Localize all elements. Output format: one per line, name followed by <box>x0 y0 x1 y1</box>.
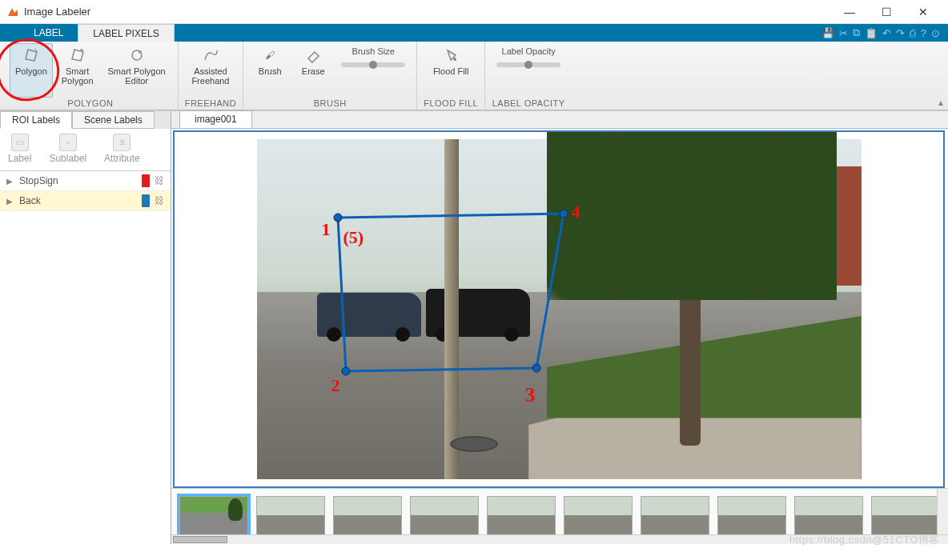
label-opacity-slider[interactable] <box>496 62 560 67</box>
flood-fill-icon <box>441 46 460 65</box>
thumbnail-hscroll[interactable] <box>171 534 948 544</box>
label-panel: ROI Labels Scene Labels ▭Label ▫Sublabel… <box>0 111 171 544</box>
label-actions: ▭Label ▫Sublabel ≡Attribute <box>0 129 171 171</box>
thumbnail[interactable] <box>564 496 633 538</box>
tab-label-pixels[interactable]: LABEL PIXELS <box>78 24 174 42</box>
main-split: ROI Labels Scene Labels ▭Label ▫Sublabel… <box>0 110 948 544</box>
thumbnail[interactable] <box>179 496 248 538</box>
erase-icon <box>303 46 323 65</box>
quick-access-toolbar: 💾 ✂ ⧉ 📋 ↶ ↷ ⎙ ? ⊙ <box>821 24 948 42</box>
tool-smart-polygon-editor-label: Smart Polygon Editor <box>108 66 166 86</box>
qat-undo-icon[interactable]: ↶ <box>882 27 891 39</box>
link-icon: ⛓ <box>155 195 164 206</box>
thumbnail[interactable] <box>641 496 709 538</box>
new-attribute-button[interactable]: ≡Attribute <box>104 134 140 164</box>
qat-save-icon[interactable]: 💾 <box>821 27 834 39</box>
thumbnail[interactable] <box>410 496 479 538</box>
qat-cut-icon[interactable]: ✂ <box>839 27 848 39</box>
qat-print-icon[interactable]: ⎙ <box>910 27 916 39</box>
tool-flood-fill-label: Flood Fill <box>433 66 469 76</box>
group-flood-fill: Flood Fill FLOOD FILL <box>417 42 485 110</box>
label-name: Back <box>19 195 137 206</box>
thumbnail-browser <box>171 488 948 544</box>
brush-size-label: Brush Size <box>352 46 395 56</box>
smart-polygon-icon <box>68 46 87 65</box>
thumbnail[interactable] <box>794 496 863 538</box>
svg-point-3 <box>453 58 456 61</box>
thumbnail[interactable] <box>717 496 786 538</box>
qat-paste-icon[interactable]: 📋 <box>865 27 878 39</box>
thumbnail[interactable] <box>487 496 556 538</box>
collapse-ribbon-icon[interactable]: ▴ <box>938 97 943 108</box>
new-sublabel-text: Sublabel <box>49 153 86 164</box>
qat-redo-icon[interactable]: ↷ <box>896 27 905 39</box>
tool-smart-polygon-editor[interactable]: Smart Polygon Editor <box>102 43 171 98</box>
tool-brush-label: Brush <box>259 66 282 76</box>
image-content: 1 2 3 4 (5) <box>257 139 862 479</box>
label-row-stopsign[interactable]: ▶ StopSign ⛓ <box>0 171 171 191</box>
group-polygon-label: POLYGON <box>67 98 113 110</box>
group-label-opacity: Label Opacity LABEL OPACITY <box>485 42 572 110</box>
new-attribute-text: Attribute <box>104 153 140 164</box>
tool-smart-polygon[interactable]: Smart Polygon <box>56 43 99 98</box>
tab-scene-labels[interactable]: Scene Labels <box>72 111 155 129</box>
labels-list: ▶ StopSign ⛓ ▶ Back ⛓ <box>0 171 171 544</box>
group-freehand: Assisted Freehand FREEHAND <box>179 42 244 110</box>
label-row-back[interactable]: ▶ Back ⛓ <box>0 191 171 211</box>
image-canvas[interactable]: 1 2 3 4 (5) <box>173 130 945 488</box>
tab-label[interactable]: LABEL <box>19 24 78 42</box>
thumbnail[interactable] <box>256 496 325 538</box>
group-brush: 🖌 Brush Erase Brush Size BRUSH <box>243 42 417 110</box>
thumbnail-vscroll[interactable] <box>937 489 948 534</box>
thumbnail[interactable] <box>871 496 940 538</box>
close-button[interactable]: ✕ <box>905 0 942 24</box>
label-panel-tabs: ROI Labels Scene Labels <box>0 111 171 129</box>
sublabel-icon: ▫ <box>59 134 77 151</box>
toolstrip: Polygon Smart Polygon Smart Polygon Edit… <box>0 42 948 110</box>
label-name: StopSign <box>19 175 137 186</box>
document-tab-image001[interactable]: image001 <box>179 110 252 128</box>
tool-smart-polygon-label: Smart Polygon <box>62 66 94 86</box>
freehand-icon <box>201 46 220 65</box>
smart-polygon-editor-icon <box>127 46 147 65</box>
polygon-icon <box>22 46 41 65</box>
expand-icon: ▶ <box>6 197 14 206</box>
titlebar: Image Labeler — ☐ ✕ <box>0 0 948 24</box>
tool-flood-fill[interactable]: Flood Fill <box>428 43 475 98</box>
link-icon: ⛓ <box>155 175 164 186</box>
window-title: Image Labeler <box>24 6 831 18</box>
tool-brush[interactable]: 🖌 Brush <box>250 43 290 98</box>
new-label-text: Label <box>8 153 31 164</box>
group-flood-fill-label: FLOOD FILL <box>424 98 478 110</box>
qat-menu-icon[interactable]: ⊙ <box>931 27 940 39</box>
expand-icon: ▶ <box>6 177 14 186</box>
group-label-opacity-label: LABEL OPACITY <box>492 98 565 110</box>
qat-help-icon[interactable]: ? <box>921 27 926 39</box>
qat-copy-icon[interactable]: ⧉ <box>853 26 860 39</box>
document-area: image001 1 2 3 <box>171 111 948 544</box>
new-label-button[interactable]: ▭Label <box>8 134 31 164</box>
minimize-button[interactable]: — <box>831 0 868 24</box>
label-opacity-label: Label Opacity <box>502 46 556 56</box>
group-polygon: Polygon Smart Polygon Smart Polygon Edit… <box>3 42 179 110</box>
window-controls: — ☐ ✕ <box>831 0 942 24</box>
tool-erase[interactable]: Erase <box>293 43 333 98</box>
tool-assisted-freehand[interactable]: Assisted Freehand <box>186 43 235 98</box>
group-brush-label: BRUSH <box>314 98 347 110</box>
tabstrip: LABEL LABEL PIXELS 💾 ✂ ⧉ 📋 ↶ ↷ ⎙ ? ⊙ <box>0 24 948 42</box>
brush-icon: 🖌 <box>260 46 279 65</box>
brush-size-slider[interactable] <box>341 62 405 67</box>
svg-point-2 <box>139 50 142 54</box>
label-color-swatch <box>142 174 150 187</box>
tab-roi-labels[interactable]: ROI Labels <box>0 111 72 129</box>
matlab-icon <box>6 6 19 18</box>
tool-erase-label: Erase <box>302 66 325 76</box>
document-tabs: image001 <box>171 111 948 129</box>
svg-point-0 <box>80 49 83 52</box>
label-color-swatch <box>142 194 150 207</box>
new-sublabel-button[interactable]: ▫Sublabel <box>49 134 86 164</box>
tool-polygon-label: Polygon <box>15 66 47 76</box>
thumbnail[interactable] <box>333 496 402 538</box>
maximize-button[interactable]: ☐ <box>868 0 905 24</box>
tool-polygon[interactable]: Polygon <box>10 43 53 98</box>
